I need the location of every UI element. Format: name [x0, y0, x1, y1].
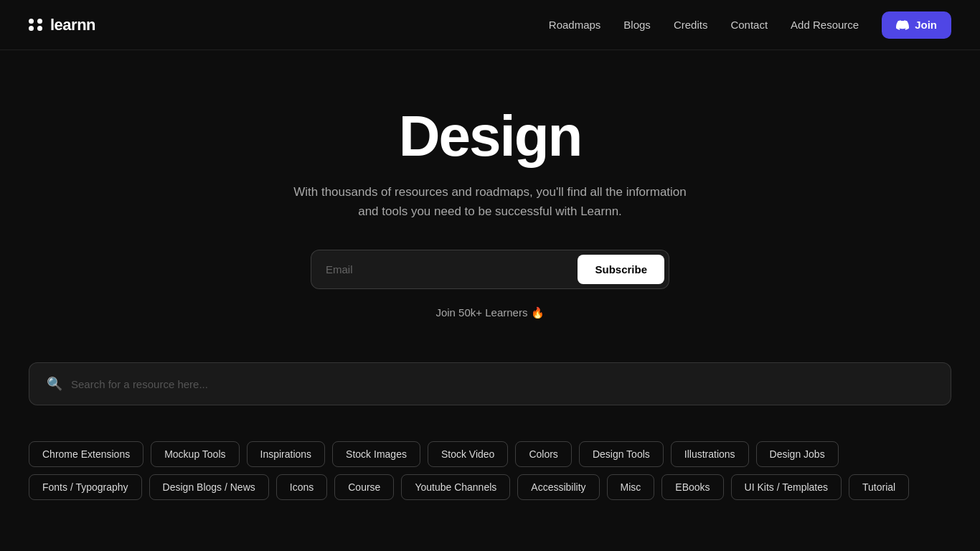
hero-subtitle: With thousands of resources and roadmaps… — [289, 182, 691, 221]
tag-ui-kits[interactable]: UI Kits / Templates — [731, 474, 842, 500]
nav-links: Roadmaps Blogs Credits Contact Add Resou… — [549, 11, 951, 39]
tag-fonts-typography[interactable]: Fonts / Typography — [29, 474, 142, 500]
tag-stock-video[interactable]: Stock Video — [428, 441, 508, 467]
tag-illustrations[interactable]: Illustrations — [671, 441, 749, 467]
logo-dots-icon — [29, 19, 43, 31]
tag-inspirations[interactable]: Inspirations — [247, 441, 326, 467]
subscribe-button[interactable]: Subscribe — [578, 255, 664, 284]
tag-course[interactable]: Course — [334, 474, 394, 500]
search-input[interactable] — [71, 378, 933, 390]
tag-colors[interactable]: Colors — [515, 441, 571, 467]
join-label: Join — [915, 19, 937, 31]
nav-contact[interactable]: Contact — [730, 19, 768, 31]
tag-mockup-tools[interactable]: Mockup Tools — [151, 441, 239, 467]
subscribe-form: Subscribe — [311, 250, 669, 289]
search-section: 🔍 — [0, 362, 980, 441]
search-icon: 🔍 — [47, 376, 62, 392]
tag-ebooks[interactable]: EBooks — [661, 474, 723, 500]
tag-design-blogs[interactable]: Design Blogs / News — [149, 474, 269, 500]
logo-text: learnn — [50, 16, 95, 34]
logo[interactable]: learnn — [29, 16, 95, 34]
tag-chrome-extensions[interactable]: Chrome Extensions — [29, 441, 143, 467]
discord-icon — [896, 19, 909, 32]
join-button[interactable]: Join — [882, 11, 951, 39]
email-input[interactable] — [311, 250, 573, 288]
tag-stock-images[interactable]: Stock Images — [332, 441, 420, 467]
learners-text: Join 50k+ Learners 🔥 — [435, 306, 544, 319]
tag-accessibility[interactable]: Accessibility — [517, 474, 599, 500]
nav-credits[interactable]: Credits — [674, 19, 708, 31]
tag-misc[interactable]: Misc — [607, 474, 655, 500]
tag-design-tools[interactable]: Design Tools — [579, 441, 664, 467]
tag-youtube-channels[interactable]: Youtube Channels — [401, 474, 510, 500]
tags-container: Chrome Extensions Mockup Tools Inspirati… — [0, 441, 980, 500]
hero-section: Design With thousands of resources and r… — [0, 50, 980, 362]
hero-title: Design — [399, 108, 582, 165]
nav-add-resource[interactable]: Add Resource — [791, 19, 859, 31]
tag-tutorial[interactable]: Tutorial — [849, 474, 909, 500]
search-box[interactable]: 🔍 — [29, 362, 951, 405]
nav-roadmaps[interactable]: Roadmaps — [549, 19, 601, 31]
tag-icons[interactable]: Icons — [276, 474, 327, 500]
navbar: learnn Roadmaps Blogs Credits Contact Ad… — [0, 0, 980, 50]
tag-design-jobs[interactable]: Design Jobs — [756, 441, 839, 467]
nav-blogs[interactable]: Blogs — [623, 19, 651, 31]
